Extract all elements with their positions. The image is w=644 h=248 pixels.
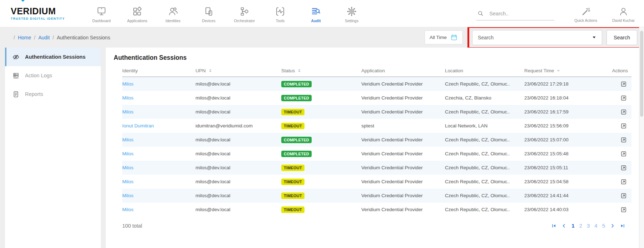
nav-item-label: Tools xyxy=(276,19,285,23)
breadcrumb-label: Audit xyxy=(38,35,50,40)
sort-desc-icon xyxy=(556,68,561,73)
location-cell: Czech Republic, CZ, Olomuc.. xyxy=(445,109,524,115)
column-header-label: Actions xyxy=(612,68,628,73)
identity-link[interactable]: Milos xyxy=(122,81,134,87)
user-menu[interactable]: David Kuchar xyxy=(612,5,635,23)
page-number[interactable]: 3 xyxy=(587,223,590,229)
nav-item[interactable]: Applications xyxy=(126,4,149,23)
vertical-scrollbar[interactable] xyxy=(639,27,644,248)
identity-link[interactable]: Milos xyxy=(122,151,134,156)
identity-link[interactable]: Milos xyxy=(122,207,134,212)
sort-both-icon xyxy=(297,68,302,73)
search-button[interactable]: Search xyxy=(606,30,637,45)
open-record-icon[interactable] xyxy=(620,206,627,213)
content-area: Authentication Sessions Action Logs Repo… xyxy=(5,48,639,248)
open-record-icon[interactable] xyxy=(620,122,627,130)
upn-cell: milos@dev.local xyxy=(195,165,281,170)
application-cell: Veridium Credential Provider xyxy=(361,81,445,87)
identity-link[interactable]: Milos xyxy=(122,137,134,142)
nav-item[interactable]: Orchestrator xyxy=(233,4,256,23)
sidebar-item-label: Action Logs xyxy=(25,73,52,78)
table-row: Milos milos@dev.local TIMEOUT Veridium C… xyxy=(122,105,631,119)
status-badge: COMPLETED xyxy=(281,151,312,157)
status-badge: COMPLETED xyxy=(281,81,312,87)
identity-link[interactable]: Milos xyxy=(122,165,134,170)
nav-item[interactable]: Audit xyxy=(304,4,327,23)
application-cell: Veridium Credential Provider xyxy=(361,137,445,142)
nav-item[interactable]: Tools xyxy=(269,4,292,23)
application-cell: Veridium Credential Provider xyxy=(361,193,445,198)
location-cell: Czech Republic, CZ, Olomuc.. xyxy=(445,179,524,184)
column-header-label: Status xyxy=(281,68,295,73)
open-record-icon[interactable] xyxy=(620,136,627,144)
prev-page-icon[interactable] xyxy=(561,223,566,228)
request-time-cell: 23/06/2022 15:05:48 xyxy=(524,151,602,156)
tools-icon xyxy=(275,6,286,17)
identity-link[interactable]: Ionut Dumitran xyxy=(122,123,154,128)
column-header: Application xyxy=(361,68,445,73)
nav-item[interactable]: Dashboard xyxy=(90,4,113,23)
sort-both-icon xyxy=(208,68,213,73)
page-number[interactable]: 5 xyxy=(602,223,605,229)
application-cell: Veridium Credential Provider xyxy=(361,95,445,101)
identity-link[interactable]: Milos xyxy=(122,179,134,184)
scrollbar-thumb[interactable] xyxy=(640,31,643,117)
open-record-icon[interactable] xyxy=(620,164,627,171)
sidebar-item[interactable]: Authentication Sessions xyxy=(5,48,101,66)
sidebar-item[interactable]: Reports xyxy=(5,85,101,103)
table-row: Milos milos@dev.local TIMEOUT Veridium C… xyxy=(122,161,631,175)
sidebar-item[interactable]: Action Logs xyxy=(5,66,101,85)
sidebar-item-label: Authentication Sessions xyxy=(25,54,85,60)
page-number[interactable]: 2 xyxy=(579,223,582,229)
time-range-button[interactable]: All Time xyxy=(425,30,463,44)
column-header[interactable]: UPN xyxy=(195,68,281,73)
open-record-icon[interactable] xyxy=(620,178,627,185)
nav-item-label: Devices xyxy=(202,19,215,23)
column-header-label: UPN xyxy=(195,68,206,73)
column-header: Actions xyxy=(602,68,631,73)
global-search-input[interactable] xyxy=(489,10,549,17)
search-filter-dropdown[interactable]: Search xyxy=(472,30,602,45)
open-record-icon[interactable] xyxy=(620,108,627,116)
identity-link[interactable]: Milos xyxy=(122,95,134,101)
first-page-icon[interactable] xyxy=(551,223,556,228)
nav-item[interactable]: Devices xyxy=(197,4,220,23)
sidebar: Authentication Sessions Action Logs Repo… xyxy=(5,48,101,248)
identity-link[interactable]: Milos xyxy=(122,193,134,198)
column-header[interactable]: Request Time xyxy=(524,68,602,73)
location-cell: Local Network, LAN xyxy=(445,123,524,128)
quick-actions-button[interactable]: Quick Actions xyxy=(574,5,597,23)
column-header: Location xyxy=(445,68,524,73)
table-body: Milos milos@dev.local COMPLETED Veridium… xyxy=(122,77,631,217)
sidebar-item-label: Reports xyxy=(25,91,43,97)
status-badge: COMPLETED xyxy=(281,95,312,101)
nav-item[interactable]: Identities xyxy=(162,4,184,23)
status-badge: COMPLETED xyxy=(281,137,312,143)
user-avatar-icon xyxy=(619,7,628,16)
pagination: 1 2 3 4 5 xyxy=(551,223,625,229)
next-page-icon[interactable] xyxy=(610,223,615,228)
last-page-icon[interactable] xyxy=(620,223,625,228)
application-cell: sptest xyxy=(361,123,445,128)
open-record-icon[interactable] xyxy=(620,192,627,199)
page-number[interactable]: 4 xyxy=(594,223,597,229)
request-time-cell: 23/06/2022 16:17:59 xyxy=(524,109,602,115)
identity-link[interactable]: Milos xyxy=(122,109,134,115)
veridium-logo[interactable]: VERIDIUM TRUSTED DIGITAL IDENTITY xyxy=(11,7,75,20)
nav-item-label: Applications xyxy=(127,19,148,23)
upn-cell: milos@dev.local xyxy=(195,95,281,101)
open-record-icon[interactable] xyxy=(620,94,627,102)
page-numbers: 1 2 3 4 5 xyxy=(571,223,605,229)
column-header-label: Location xyxy=(445,68,463,73)
open-record-icon[interactable] xyxy=(620,81,627,88)
breadcrumb-label: Authentication Sessions xyxy=(57,35,110,40)
nav-item[interactable]: Settings xyxy=(340,4,363,23)
upn-cell: milos@dev.local xyxy=(195,137,281,142)
page-number[interactable]: 1 xyxy=(571,223,574,229)
status-badge: TIMEOUT xyxy=(281,109,304,115)
open-record-icon[interactable] xyxy=(620,150,627,157)
request-time-cell: 23/06/2022 14:40:03 xyxy=(524,207,602,212)
annotation-highlight: Search Search xyxy=(467,26,642,49)
main-nav: Dashboard Applications Identities Device… xyxy=(90,4,363,23)
column-header[interactable]: Status xyxy=(281,68,361,73)
